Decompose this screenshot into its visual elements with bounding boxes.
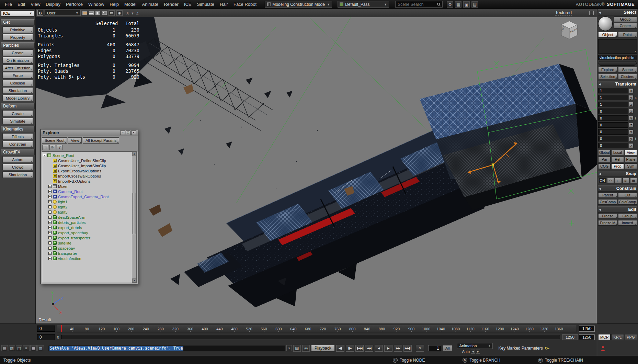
timeline-tick-520[interactable]: 520 xyxy=(246,327,252,331)
axis-x-button[interactable]: X xyxy=(126,11,129,15)
cnscomp-button[interactable]: CnsComp xyxy=(598,199,617,205)
expand-icon[interactable]: + xyxy=(48,221,52,224)
prev-keyframe-button[interactable]: ◀◀ xyxy=(365,345,373,352)
rotate-z-field[interactable]: 0 xyxy=(598,122,628,128)
axis-y-button[interactable]: Y xyxy=(130,11,134,15)
expand-icon[interactable]: + xyxy=(48,252,52,255)
key-icon[interactable] xyxy=(545,345,550,351)
timeline-tick-40[interactable]: 40 xyxy=(70,327,74,331)
select-section-header[interactable]: ◀ Select xyxy=(598,9,637,15)
menu-file[interactable]: File xyxy=(2,0,15,9)
tree-item-cosmoexport-camera-root[interactable]: +CosmoExport_Camera_Root xyxy=(43,194,132,199)
select-group-button[interactable]: Group xyxy=(614,16,637,22)
command-history-dropdown[interactable]: ▼ xyxy=(286,345,292,351)
clusters-button[interactable]: Clusters xyxy=(618,74,637,79)
playback-menu-button[interactable]: Playback xyxy=(311,345,335,352)
par-mode-button[interactable]: Par xyxy=(598,157,611,162)
rows-icon[interactable]: ▤ xyxy=(471,1,478,8)
menu-edit[interactable]: Edit xyxy=(15,0,28,9)
timeline-tick-240[interactable]: 240 xyxy=(143,327,149,331)
scale-x-axis-button[interactable]: x xyxy=(629,88,634,93)
prop-button[interactable]: Prop xyxy=(611,163,624,169)
selection-trackball[interactable] xyxy=(598,16,613,31)
next-keyframe-button[interactable]: ▶▶ xyxy=(394,345,402,352)
view-dropdown[interactable]: View xyxy=(68,137,82,144)
lock-icon[interactable] xyxy=(42,145,48,150)
scale-z-field[interactable]: 1 xyxy=(598,102,628,107)
toolbar-mode-dropdown[interactable]: ICE ▼ xyxy=(1,10,34,16)
timeline-tick-120[interactable]: 120 xyxy=(99,327,105,331)
scale-y-field[interactable]: 1 xyxy=(598,95,628,100)
timeline-tick-840[interactable]: 840 xyxy=(364,327,370,331)
tree-item-export-spacebay[interactable]: +export_spacebay xyxy=(43,230,132,235)
gear-icon[interactable]: ⚙ xyxy=(447,1,453,8)
filter-dropdown[interactable]: All Except Params xyxy=(83,137,119,144)
ref-mode-button[interactable]: Ref xyxy=(611,157,624,162)
selection-list-pill[interactable] xyxy=(599,61,637,66)
character-key-icon[interactable] xyxy=(600,345,606,352)
sym-button[interactable]: Sym xyxy=(625,163,637,169)
tree-item-export-transporter[interactable]: +export_transporter xyxy=(43,235,132,240)
prev-frame-button[interactable]: ◀ xyxy=(375,345,383,352)
expand-icon[interactable]: + xyxy=(48,200,52,203)
timeline-tick-800[interactable]: 800 xyxy=(349,327,355,331)
tree-item-light3[interactable]: +light3 xyxy=(43,209,132,215)
menu-help[interactable]: Help xyxy=(107,0,122,9)
ice-button-on-emission[interactable]: On Emission xyxy=(2,57,33,64)
tree-item-deadspacearm[interactable]: +deadSpaceArm xyxy=(43,215,132,220)
global-mode-button[interactable]: Global xyxy=(598,150,611,155)
timeline-tick-680[interactable]: 680 xyxy=(305,327,311,331)
timeline-tick-1320[interactable]: 1320 xyxy=(540,327,548,331)
plane-mode-button[interactable]: Plane xyxy=(625,157,637,162)
ice-button-effects[interactable]: Effects xyxy=(2,133,33,140)
expand-icon[interactable]: + xyxy=(48,205,52,208)
translate-z-field[interactable]: 0 xyxy=(598,143,628,148)
keying-target-icon[interactable]: ◎ xyxy=(302,345,310,352)
expand-icon[interactable]: + xyxy=(48,226,52,229)
rotate-x-axis-button[interactable]: x xyxy=(629,109,634,114)
timeline-tick-400[interactable]: 400 xyxy=(202,327,208,331)
ice-button-primitive[interactable]: Primitive xyxy=(2,26,33,33)
timeline-tick-1040[interactable]: 1040 xyxy=(437,327,445,331)
select-point-button[interactable]: Point xyxy=(618,32,637,37)
split-view-icon[interactable]: ◫ xyxy=(16,345,22,351)
constrain-cut-button[interactable]: Cut xyxy=(618,192,637,198)
translate-x-axis-button[interactable]: x xyxy=(629,129,634,134)
scale-mode-letter[interactable]: s xyxy=(634,96,637,100)
timeline-tick-80[interactable]: 80 xyxy=(85,327,89,331)
selection-button[interactable]: Selection xyxy=(598,74,617,79)
select-object-button[interactable]: Object xyxy=(598,32,617,37)
immed-button[interactable]: Immed xyxy=(618,220,637,226)
tab-mcp[interactable]: MCP xyxy=(598,334,611,340)
timeline-end-field[interactable]: 1250 xyxy=(579,326,595,332)
script-command-line[interactable]: SetValue "Views.ViewB.UserCamera.camvis.… xyxy=(48,345,285,351)
grid-view-icon[interactable]: ▦ xyxy=(30,345,37,351)
explorer-scrollbar[interactable]: ▲ ▼ xyxy=(132,152,136,283)
monitor-icon[interactable]: ▭ xyxy=(109,10,115,16)
ice-button-simulation[interactable]: Simulation xyxy=(2,87,33,94)
list-icon[interactable]: ≡ xyxy=(23,345,30,351)
tree-item-cosmouser-definesimclip[interactable]: CCosmoUser_DefineSimClip xyxy=(43,158,132,163)
selection-filter-dropdown[interactable]: ▾ xyxy=(598,39,637,54)
timeline-tick-360[interactable]: 360 xyxy=(187,327,193,331)
translate-mode-letter[interactable]: t xyxy=(634,137,637,141)
prev-section-button[interactable]: ◀▮ xyxy=(336,345,344,352)
expand-icon[interactable]: + xyxy=(48,247,52,250)
shaded-display-swatch[interactable] xyxy=(89,11,94,15)
script-editor-icon[interactable]: ▤ xyxy=(293,345,301,352)
timeline-tick-1120[interactable]: 1120 xyxy=(466,327,475,331)
ice-button-after-emission[interactable]: After Emission xyxy=(2,65,33,71)
timeline-tick-1080[interactable]: 1080 xyxy=(452,327,460,331)
expand-icon[interactable]: + xyxy=(48,236,52,239)
grid-icon[interactable]: ▦ xyxy=(455,1,462,8)
timeline-tick-1160[interactable]: 1160 xyxy=(481,327,489,331)
construction-mode-dropdown[interactable]: Modeling Construction Mode ▼ xyxy=(265,1,332,8)
translate-z-axis-button[interactable]: z xyxy=(629,143,634,148)
snap-target-button[interactable]: ◎ xyxy=(623,178,629,183)
timeline-tick-560[interactable]: 560 xyxy=(261,327,267,331)
snap-section-header[interactable]: ◀ Snap xyxy=(598,171,637,177)
rotate-x-field[interactable]: 0 xyxy=(598,109,628,114)
tree-item-export-debris[interactable]: +export_debris xyxy=(43,225,132,230)
expand-icon[interactable]: + xyxy=(48,211,52,214)
points-display-swatch[interactable] xyxy=(102,11,107,15)
